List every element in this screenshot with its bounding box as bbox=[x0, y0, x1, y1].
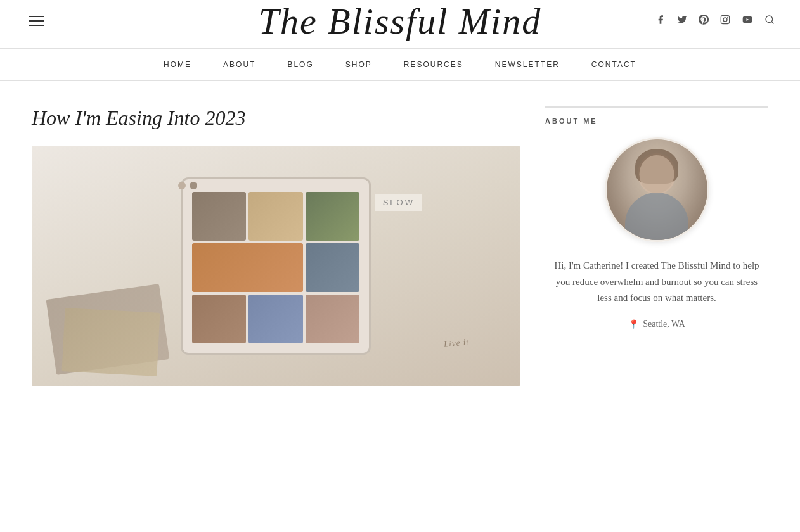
sidebar: ABOUT ME Hi, I'm Catherine! I created Th… bbox=[545, 106, 768, 386]
nav-item-shop[interactable]: SHOP bbox=[345, 60, 372, 69]
svg-line-5 bbox=[771, 22, 773, 23]
svg-point-3 bbox=[727, 17, 728, 18]
svg-rect-1 bbox=[721, 15, 729, 23]
hamburger-menu-button[interactable] bbox=[25, 13, 47, 29]
pinterest-icon[interactable] bbox=[699, 15, 709, 27]
about-me-title: ABOUT ME bbox=[545, 117, 768, 125]
location-pin-icon: 📍 bbox=[628, 319, 639, 330]
slow-label: SLOW bbox=[375, 194, 422, 211]
article-section: How I'm Easing Into 2023 SLOW bbox=[32, 106, 520, 386]
about-description: Hi, I'm Catherine! I created The Blissfu… bbox=[545, 258, 768, 307]
article-title: How I'm Easing Into 2023 bbox=[32, 106, 520, 130]
tablet-device bbox=[181, 177, 371, 355]
mood-board: SLOW Live it bbox=[32, 146, 520, 386]
search-icon[interactable] bbox=[765, 15, 775, 27]
main-content: How I'm Easing Into 2023 SLOW bbox=[0, 87, 800, 405]
facebook-icon[interactable] bbox=[655, 15, 666, 27]
avatar-container bbox=[545, 137, 768, 242]
nav-item-newsletter[interactable]: NEWSLETTER bbox=[495, 60, 560, 69]
article-image: SLOW Live it bbox=[32, 146, 520, 386]
site-header: The Blissful Mind bbox=[0, 0, 800, 42]
header-left bbox=[25, 13, 47, 29]
location-text: Seattle, WA bbox=[643, 319, 685, 329]
nav-item-contact[interactable]: CONTACT bbox=[591, 60, 636, 69]
logo-container[interactable]: The Blissful Mind bbox=[235, 0, 565, 59]
instagram-icon[interactable] bbox=[720, 15, 730, 27]
svg-point-2 bbox=[723, 18, 727, 22]
svg-text:The Blissful Mind: The Blissful Mind bbox=[259, 1, 541, 42]
nav-item-about[interactable]: ABOUT bbox=[223, 60, 255, 69]
youtube-icon[interactable] bbox=[742, 15, 753, 27]
twitter-icon[interactable] bbox=[677, 15, 687, 27]
nav-item-home[interactable]: HOME bbox=[164, 60, 191, 69]
dots-decoration bbox=[178, 182, 197, 189]
nav-item-resources[interactable]: RESOURCES bbox=[404, 60, 463, 69]
nav-item-blog[interactable]: BLOG bbox=[287, 60, 313, 69]
about-me-section: ABOUT ME Hi, I'm Catherine! I created Th… bbox=[545, 106, 768, 330]
author-location: 📍 Seattle, WA bbox=[545, 319, 768, 330]
author-avatar bbox=[605, 137, 709, 242]
header-social-icons bbox=[655, 15, 775, 27]
